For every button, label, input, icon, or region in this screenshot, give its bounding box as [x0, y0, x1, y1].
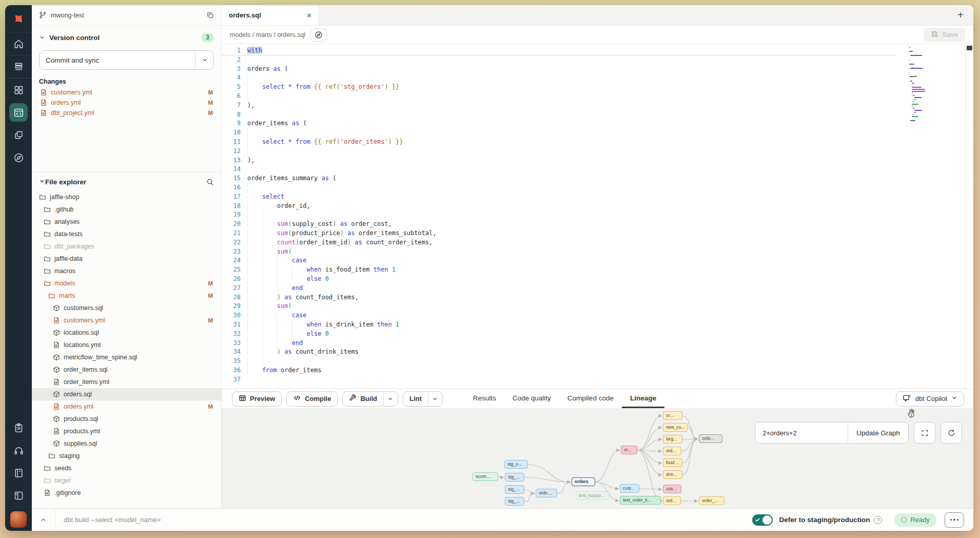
- file-tree-item[interactable]: customers.sql: [32, 302, 221, 314]
- code-line[interactable]: 8: [222, 110, 896, 120]
- lineage-node-y5[interactable]: food...: [663, 458, 682, 467]
- commit-and-sync-button[interactable]: Commit and sync: [39, 50, 214, 70]
- chevron-down-icon[interactable]: [383, 392, 398, 406]
- help-circle-icon[interactable]: ?: [874, 516, 882, 524]
- code-line[interactable]: 1with: [222, 46, 896, 55]
- minimap[interactable]: [909, 47, 965, 124]
- lineage-node-cpink[interactable]: cus...: [663, 485, 681, 493]
- file-tree-item[interactable]: metricflow_time_spine.sql: [32, 351, 221, 363]
- code-line[interactable]: 36from order_items: [222, 366, 896, 375]
- code-line[interactable]: 11select * from {{ ref('order_items') }}: [222, 138, 896, 147]
- code-line[interactable]: 33end: [222, 339, 896, 348]
- changed-file-row[interactable]: dbt_project.ymlM: [32, 108, 221, 118]
- code-line[interactable]: 6: [222, 92, 896, 101]
- expand-caret-button[interactable]: [32, 509, 55, 531]
- lineage-node-y4[interactable]: ord...: [663, 447, 681, 455]
- file-tree-item[interactable]: locations.sql: [32, 326, 221, 339]
- lineage-search-input[interactable]: [755, 422, 848, 443]
- file-tree-item[interactable]: .gitignore: [32, 487, 221, 499]
- code-line[interactable]: 7),: [222, 101, 896, 110]
- commit-dropdown-chevron[interactable]: [195, 51, 213, 69]
- update-graph-button[interactable]: Update Graph: [848, 422, 908, 443]
- lint-button[interactable]: Lint: [403, 391, 443, 407]
- preview-button[interactable]: Preview: [232, 391, 282, 407]
- code-line[interactable]: 35: [222, 357, 896, 366]
- code-line[interactable]: 29sum(: [222, 302, 896, 311]
- lineage-node-y6[interactable]: drin...: [663, 470, 682, 479]
- file-tree-item[interactable]: data-tests: [32, 228, 221, 240]
- lineage-node-y2[interactable]: new_cu...: [663, 423, 688, 432]
- file-tree-item[interactable]: customers.ymlM: [32, 314, 221, 326]
- code-line[interactable]: 31when is_drink_item then 1: [222, 320, 896, 330]
- code-line[interactable]: 24case: [222, 256, 896, 265]
- file-tree-item[interactable]: products.sql: [32, 413, 221, 425]
- code-line[interactable]: 22count(order_item_id) as count_order_it…: [222, 238, 896, 247]
- overflow-menu-button[interactable]: [945, 512, 964, 528]
- file-tree-item[interactable]: order_items.yml: [32, 376, 221, 388]
- code-line[interactable]: 14: [222, 165, 896, 174]
- lineage-node-stg1[interactable]: stg_o...: [504, 460, 528, 469]
- code-line[interactable]: 25when is_food_item then 1: [222, 265, 896, 275]
- scrollbar-thumb[interactable]: [967, 46, 972, 50]
- code-line[interactable]: 27end: [222, 284, 896, 293]
- code-line[interactable]: 9order_items as (: [222, 119, 896, 128]
- code-line[interactable]: 21sum(product_price) as order_items_subt…: [222, 229, 896, 238]
- file-tree-item[interactable]: .github: [32, 203, 221, 216]
- copy-icon[interactable]: [206, 11, 214, 19]
- fullscreen-icon[interactable]: [914, 422, 935, 444]
- defer-toggle[interactable]: [752, 514, 773, 526]
- lineage-node-cust[interactable]: cust...: [620, 484, 639, 493]
- code-line[interactable]: 3orders as (: [222, 65, 896, 74]
- close-icon[interactable]: ×: [307, 11, 311, 20]
- chevron-down-icon[interactable]: [428, 392, 442, 406]
- lineage-node-stg3[interactable]: stg_...: [505, 485, 524, 494]
- code-line[interactable]: 18order_id,: [222, 202, 896, 211]
- code-line[interactable]: 20sum(supply_cost) as order_cost,: [222, 220, 896, 229]
- lineage-node-tsup[interactable]: test_supply...: [576, 491, 610, 500]
- code-line[interactable]: 34) as count_drink_items: [222, 348, 896, 357]
- lineage-node-odis[interactable]: orde...: [699, 434, 722, 443]
- code-line[interactable]: 12: [222, 147, 896, 156]
- refresh-icon[interactable]: [940, 422, 962, 444]
- editor-scrollbar[interactable]: [965, 45, 973, 389]
- file-explorer-header[interactable]: File explorer: [32, 172, 221, 191]
- file-tree-item[interactable]: supplies.sql: [32, 437, 221, 450]
- file-tree-item[interactable]: modelsM: [32, 277, 221, 290]
- dbt-copilot-button[interactable]: dbt Copilot: [896, 391, 964, 407]
- code-line[interactable]: 16: [222, 183, 896, 193]
- code-line[interactable]: 2: [222, 55, 896, 65]
- user-avatar[interactable]: [10, 511, 27, 528]
- file-tree-item[interactable]: locations.yml: [32, 339, 221, 351]
- dbt-logo-icon[interactable]: [5, 5, 32, 32]
- dbt-command-input[interactable]: [55, 516, 752, 524]
- code-line[interactable]: 30case: [222, 311, 896, 320]
- tab-compiled-code[interactable]: Compiled code: [559, 389, 622, 408]
- file-tree-item[interactable]: dbt_packages: [32, 240, 221, 253]
- home-icon[interactable]: [5, 32, 32, 55]
- file-tree-item[interactable]: staging: [32, 450, 221, 462]
- lineage-node-stg4[interactable]: stg_...: [505, 497, 524, 506]
- file-tree-item[interactable]: products.yml: [32, 425, 221, 437]
- file-tree-item[interactable]: macros: [32, 265, 221, 277]
- code-line[interactable]: 32else 0: [222, 330, 896, 339]
- code-line[interactable]: 19: [222, 210, 896, 220]
- code-line[interactable]: 37: [222, 375, 896, 385]
- branch-row[interactable]: mwong-test: [32, 5, 221, 26]
- lineage-node-opink[interactable]: or...: [621, 446, 637, 454]
- file-tree-item[interactable]: orders.ymlM: [32, 400, 221, 413]
- file-tree-item[interactable]: jaffle-shop: [32, 191, 221, 203]
- code-line[interactable]: 17select: [222, 193, 896, 202]
- headphones-icon[interactable]: [5, 439, 32, 462]
- lineage-node-orders[interactable]: orders: [572, 477, 595, 486]
- lineage-node-oi[interactable]: orde....: [536, 489, 557, 497]
- book-icon[interactable]: [5, 462, 32, 484]
- compile-button[interactable]: Compile: [286, 391, 338, 407]
- code-window-icon[interactable]: [5, 101, 32, 124]
- code-line[interactable]: 4: [222, 73, 896, 83]
- grid-icon[interactable]: [5, 79, 32, 101]
- file-tree-item[interactable]: orders.sql: [32, 388, 221, 400]
- tab-results[interactable]: Results: [465, 389, 504, 408]
- search-icon[interactable]: [206, 178, 214, 186]
- code-line[interactable]: 13),: [222, 156, 896, 165]
- file-tree-item[interactable]: seeds: [32, 462, 221, 474]
